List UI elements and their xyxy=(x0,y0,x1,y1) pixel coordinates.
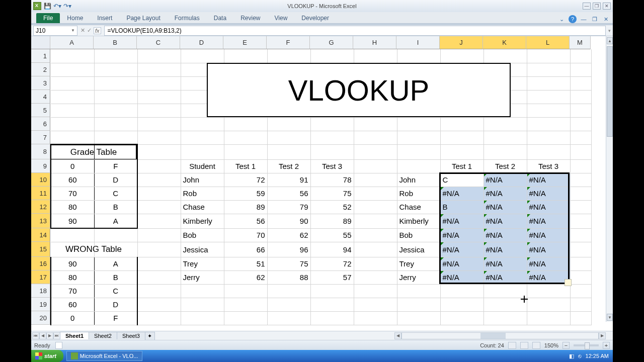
cell[interactable] xyxy=(570,214,591,228)
cell[interactable] xyxy=(181,76,224,90)
zoom-out-icon[interactable]: − xyxy=(562,342,570,349)
column-header[interactable]: I xyxy=(396,36,440,49)
cell[interactable]: 75 xyxy=(310,187,354,200)
cell[interactable]: Test 1 xyxy=(224,159,267,173)
cell[interactable] xyxy=(527,117,570,131)
ribbon-tab[interactable]: Review xyxy=(233,13,267,23)
cell[interactable]: 91 xyxy=(267,173,310,187)
cell[interactable] xyxy=(354,104,397,117)
zoom-in-icon[interactable]: + xyxy=(603,342,610,349)
cell[interactable] xyxy=(354,76,397,90)
cell[interactable]: 66 xyxy=(224,242,267,257)
cell[interactable]: #N/A xyxy=(527,200,570,214)
sheet-nav-next-icon[interactable]: ▶ xyxy=(46,332,53,339)
cell[interactable] xyxy=(310,298,354,311)
cell[interactable] xyxy=(224,144,267,159)
cell[interactable] xyxy=(570,284,591,298)
vertical-scrollbar[interactable]: ▲ ▼ xyxy=(606,36,613,322)
cell[interactable]: #N/A xyxy=(440,214,484,228)
cell[interactable] xyxy=(354,159,397,173)
cell[interactable] xyxy=(484,117,527,131)
row-header[interactable]: 17 xyxy=(31,270,50,284)
cell[interactable]: 70 xyxy=(51,187,94,200)
cell[interactable]: D xyxy=(94,298,137,311)
cell[interactable] xyxy=(137,270,181,284)
cell[interactable] xyxy=(484,63,527,76)
expand-formula-icon[interactable]: ▾ xyxy=(606,28,613,33)
cell[interactable] xyxy=(570,228,591,242)
cell[interactable] xyxy=(354,117,397,131)
cell[interactable] xyxy=(397,311,440,325)
cell[interactable]: C xyxy=(94,187,137,200)
cell[interactable] xyxy=(570,173,591,187)
row-header[interactable]: 9 xyxy=(31,159,50,173)
cell[interactable] xyxy=(397,104,440,117)
cell[interactable] xyxy=(570,187,591,200)
cell[interactable] xyxy=(354,257,397,270)
cell[interactable] xyxy=(94,63,137,76)
cell[interactable]: Kimberly xyxy=(181,214,224,228)
cell[interactable] xyxy=(94,76,137,90)
cell[interactable]: 62 xyxy=(224,270,267,284)
cell[interactable] xyxy=(224,63,267,76)
cell[interactable]: 90 xyxy=(51,214,94,228)
cell[interactable] xyxy=(570,131,591,144)
cell[interactable]: 96 xyxy=(267,242,310,257)
cell[interactable] xyxy=(267,131,310,144)
cell[interactable] xyxy=(137,90,181,104)
doc-min-icon[interactable]: — xyxy=(580,15,588,23)
sheet-nav-last-icon[interactable]: ⏭ xyxy=(53,332,60,339)
ribbon-tab[interactable]: Home xyxy=(60,13,90,23)
cell[interactable] xyxy=(181,49,224,63)
cell[interactable] xyxy=(137,104,181,117)
cell[interactable]: 57 xyxy=(310,270,354,284)
cell[interactable]: 79 xyxy=(267,200,310,214)
cell[interactable] xyxy=(137,311,181,325)
cell[interactable] xyxy=(440,63,484,76)
cell[interactable]: B xyxy=(94,270,137,284)
cell[interactable] xyxy=(440,284,484,298)
row-header[interactable]: 13 xyxy=(31,214,50,228)
cell[interactable] xyxy=(570,90,591,104)
cell[interactable] xyxy=(137,117,181,131)
cell[interactable] xyxy=(570,242,591,257)
column-header[interactable]: G xyxy=(310,36,353,49)
cell[interactable]: 70 xyxy=(224,228,267,242)
cell[interactable] xyxy=(397,131,440,144)
row-header[interactable]: 18 xyxy=(31,284,50,298)
column-header[interactable]: K xyxy=(483,36,526,49)
cell[interactable] xyxy=(224,311,267,325)
row-header[interactable]: 14 xyxy=(31,228,50,242)
cell[interactable]: #N/A xyxy=(527,242,570,257)
cell[interactable] xyxy=(354,284,397,298)
cell[interactable]: Trey xyxy=(397,257,440,270)
cell[interactable] xyxy=(267,104,310,117)
tray-icon[interactable]: ◧ xyxy=(569,353,574,359)
cell[interactable] xyxy=(527,311,570,325)
cell[interactable]: 90 xyxy=(51,257,94,270)
hscroll-thumb[interactable] xyxy=(480,333,506,339)
cell[interactable] xyxy=(397,159,440,173)
cell[interactable] xyxy=(354,49,397,63)
cell[interactable] xyxy=(137,214,181,228)
row-header[interactable]: 12 xyxy=(31,200,50,214)
cell[interactable] xyxy=(440,76,484,90)
cell[interactable] xyxy=(570,159,591,173)
cell[interactable]: F xyxy=(94,311,137,325)
cell[interactable] xyxy=(354,63,397,76)
cell[interactable]: D xyxy=(94,173,137,187)
doc-close-icon[interactable]: ✕ xyxy=(602,15,610,23)
cell[interactable] xyxy=(570,144,591,159)
cell[interactable] xyxy=(267,298,310,311)
cell[interactable]: Jerry xyxy=(397,270,440,284)
cell[interactable]: 60 xyxy=(51,173,94,187)
cell[interactable] xyxy=(440,298,484,311)
cell[interactable] xyxy=(484,49,527,63)
cell[interactable] xyxy=(267,311,310,325)
cell[interactable]: Rob xyxy=(397,187,440,200)
cell[interactable] xyxy=(484,104,527,117)
maximize-button[interactable]: ❐ xyxy=(593,3,601,10)
cell[interactable] xyxy=(51,117,94,131)
cell[interactable] xyxy=(137,76,181,90)
cell[interactable] xyxy=(310,104,354,117)
